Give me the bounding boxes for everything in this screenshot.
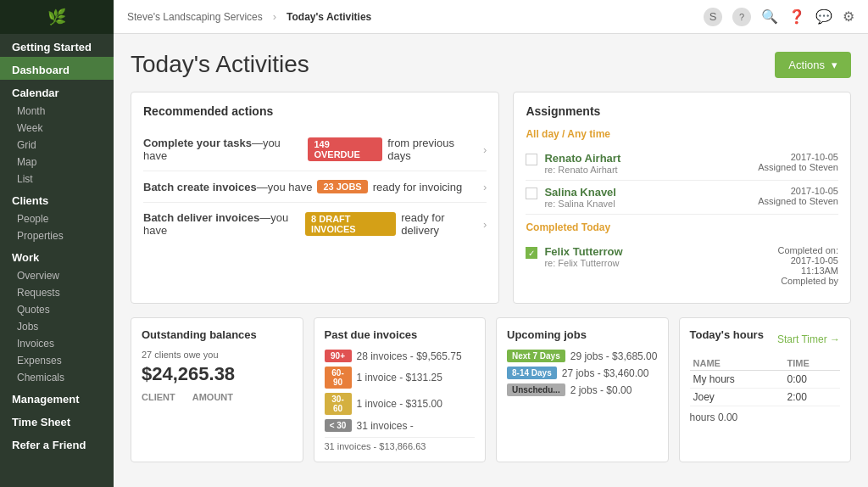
recommended-title: Recommended actions [143, 104, 487, 118]
search-icon[interactable]: 🔍 [761, 8, 778, 25]
sidebar-sub-jobs[interactable]: Jobs [0, 318, 114, 335]
sidebar-item-management[interactable]: Management [0, 386, 114, 409]
hours-total: hours 0.00 [690, 411, 841, 423]
hours-col-time: TIME [784, 356, 840, 371]
actions-chevron-icon: ▾ [832, 59, 837, 71]
job-row-unscheduled[interactable]: Unschedu... 2 jobs - $0.00 [507, 383, 658, 396]
hours-time-joey: 2:00 [784, 389, 840, 406]
job-row-14days[interactable]: 8-14 Days 27 jobs - $3,460.00 [507, 367, 658, 379]
sidebar-sub-week[interactable]: Week [0, 120, 114, 137]
sidebar-sub-list[interactable]: List [0, 171, 114, 188]
past-due-badge-3060: 30-60 [325, 393, 352, 415]
past-due-row-6090[interactable]: 60-90 1 invoice - $131.25 [325, 367, 476, 389]
sidebar-sub-chemicals[interactable]: Chemicals [0, 369, 114, 386]
assign-sub-renato: re: Renato Airhart [544, 165, 620, 175]
assign-info-felix: Felix Tutterrow re: Felix Tutterrow [544, 245, 622, 268]
actions-label: Actions [788, 59, 825, 71]
sidebar-sub-properties[interactable]: Properties [0, 227, 114, 244]
assign-name-salina[interactable]: Salina Knavel [544, 186, 616, 199]
assign-name-renato[interactable]: Renato Airhart [544, 152, 620, 165]
bottom-panels: Outstanding balances 27 clients owe you … [131, 317, 851, 462]
assign-checkbox-salina[interactable] [526, 188, 537, 199]
job-badge-unscheduled: Unschedu... [507, 383, 565, 396]
chevron-icon-deliver: › [483, 218, 487, 231]
job-row-7days[interactable]: Next 7 Days 29 jobs - $3,685.00 [507, 350, 658, 362]
job-text-14days: 27 jobs - $3,460.00 [562, 367, 649, 379]
rec-item-invoices[interactable]: Batch create invoices—you have 23 JOBS r… [143, 171, 487, 203]
job-text-7days: 29 jobs - $3,685.00 [570, 350, 658, 362]
assign-item-felix: ✓ Felix Tutterrow re: Felix Tutterrow Co… [526, 240, 838, 291]
rec-pre-tasks: Complete your tasks—you have [143, 137, 303, 162]
sidebar-sub-expenses[interactable]: Expenses [0, 352, 114, 369]
sidebar-item-refer[interactable]: Refer a Friend [0, 432, 114, 455]
rec-item-deliver[interactable]: Batch deliver invoices—you have 8 DRAFT … [143, 203, 487, 245]
sidebar-item-calendar[interactable]: Calendar [0, 80, 114, 103]
rec-post-invoices: ready for invoicing [373, 181, 463, 193]
user-icon[interactable]: S [704, 8, 722, 26]
content: Today's Activities Actions ▾ Recommended… [114, 34, 868, 487]
sidebar-sub-map[interactable]: Map [0, 154, 114, 171]
sidebar-sub-requests[interactable]: Requests [0, 284, 114, 301]
sidebar-logo: 🌿 [0, 0, 114, 34]
recommended-panel: Recommended actions Complete your tasks—… [131, 92, 499, 304]
past-due-panel: Past due invoices 90+ 28 invoices - $9,5… [314, 317, 487, 462]
past-due-row-30[interactable]: < 30 31 invoices - [325, 419, 476, 432]
chevron-icon-invoices: › [483, 181, 487, 193]
job-text-unscheduled: 2 jobs - $0.00 [570, 384, 632, 396]
sidebar-sub-quotes[interactable]: Quotes [0, 301, 114, 318]
rec-pre-invoices: Batch create invoices—you have [143, 181, 312, 193]
rec-post-tasks: from previous days [387, 137, 478, 162]
outstanding-panel: Outstanding balances 27 clients owe you … [131, 317, 303, 462]
breadcrumb-company: Steve's Landscaping Services [127, 11, 263, 23]
hours-header: Today's hours Start Timer → [690, 328, 841, 350]
start-timer-link[interactable]: Start Timer → [777, 333, 840, 345]
topbar-icons: S ? 🔍 ❓ 💬 ⚙ [704, 8, 854, 26]
assign-sub-salina: re: Salina Knavel [544, 199, 616, 209]
rec-pre-deliver: Batch deliver invoices—you have [143, 211, 300, 237]
assign-item-renato: Renato Airhart re: Renato Airhart 2017-1… [526, 147, 838, 181]
topbar: Steve's Landscaping Services › Today's A… [114, 0, 868, 34]
past-due-text-90: 28 invoices - $9,565.75 [357, 350, 462, 362]
rec-badge-tasks: 149 OVERDUE [308, 137, 382, 161]
page-header: Today's Activities Actions ▾ [131, 51, 851, 78]
page-title: Today's Activities [131, 51, 309, 78]
past-due-badge-30: < 30 [325, 419, 352, 432]
assign-item-salina: Salina Knavel re: Salina Knavel 2017-10-… [526, 181, 838, 215]
past-due-badge-6090: 60-90 [325, 367, 352, 389]
rec-post-deliver: ready for delivery [401, 211, 478, 237]
settings-icon[interactable]: ⚙ [843, 8, 854, 25]
actions-button[interactable]: Actions ▾ [775, 52, 851, 78]
hours-col-name: NAME [690, 356, 784, 371]
sidebar-sub-invoices[interactable]: Invoices [0, 335, 114, 352]
sidebar-item-timesheet[interactable]: Time Sheet [0, 409, 114, 432]
todays-hours-panel: Today's hours Start Timer → NAME TIME My… [679, 317, 852, 462]
outstanding-cols: CLIENT AMOUNT [142, 392, 292, 402]
sidebar-sub-grid[interactable]: Grid [0, 137, 114, 154]
breadcrumb-separator: › [273, 10, 276, 23]
assign-name-felix[interactable]: Felix Tutterrow [544, 245, 622, 258]
hours-row-joey: Joey 2:00 [690, 389, 841, 406]
assign-info-renato: Renato Airhart re: Renato Airhart [544, 152, 620, 175]
help-icon[interactable]: ? [732, 8, 751, 26]
all-day-label: All day / Any time [526, 128, 838, 140]
rec-item-tasks[interactable]: Complete your tasks—you have 149 OVERDUE… [143, 128, 487, 171]
completed-label: Completed Today [526, 221, 838, 233]
question-icon[interactable]: ❓ [788, 8, 805, 25]
past-due-row-3060[interactable]: 30-60 1 invoice - $315.00 [325, 393, 476, 415]
sidebar-item-dashboard[interactable]: Dashboard [0, 57, 114, 80]
sidebar-sub-overview[interactable]: Overview [0, 267, 114, 284]
past-due-row-90[interactable]: 90+ 28 invoices - $9,565.75 [325, 350, 476, 362]
assign-info-salina: Salina Knavel re: Salina Knavel [544, 186, 616, 209]
sidebar-item-clients[interactable]: Clients [0, 188, 114, 210]
sidebar-sub-people[interactable]: People [0, 210, 114, 227]
outstanding-sub: 27 clients owe you [142, 350, 292, 360]
assign-checkbox-renato[interactable] [526, 154, 537, 165]
sidebar-item-work[interactable]: Work [0, 244, 114, 267]
hours-total-value: 0.00 [718, 411, 737, 423]
chevron-icon-tasks: › [483, 143, 487, 156]
chat-icon[interactable]: 💬 [815, 8, 832, 25]
sidebar-sub-month[interactable]: Month [0, 103, 114, 120]
hours-title: Today's hours [690, 328, 764, 341]
hours-name-joey: Joey [690, 389, 784, 406]
sidebar-item-getting-started[interactable]: Getting Started [0, 34, 114, 57]
